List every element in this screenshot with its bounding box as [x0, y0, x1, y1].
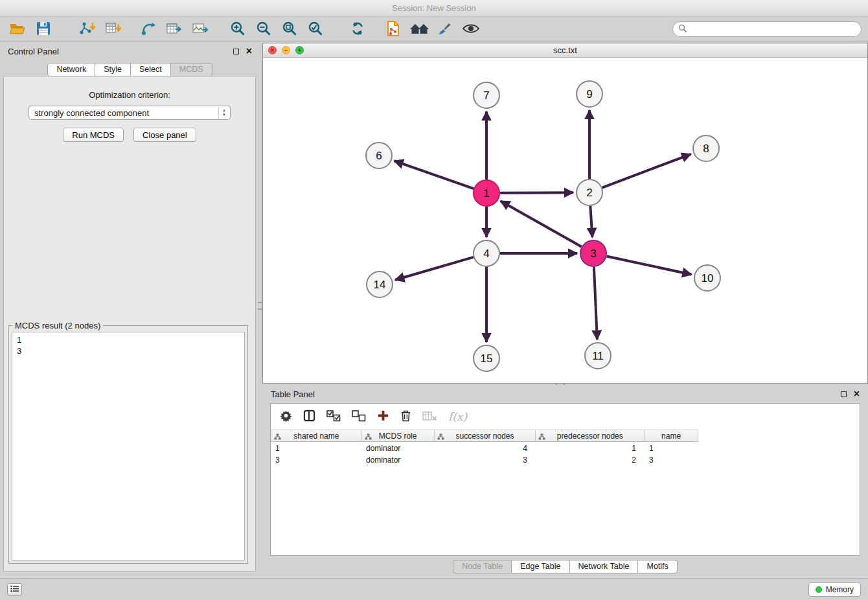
- close-table-panel-icon[interactable]: ×: [854, 389, 860, 399]
- show-graphics-button[interactable]: [460, 19, 482, 40]
- graph-node-15[interactable]: 15: [474, 345, 499, 371]
- column-header-shared-name[interactable]: shared name: [271, 430, 362, 441]
- run-mcds-button[interactable]: Run MCDS: [63, 128, 124, 142]
- show-columns-button[interactable]: [303, 410, 315, 424]
- memory-button[interactable]: Memory: [808, 583, 861, 597]
- tab-style[interactable]: Style: [95, 63, 131, 76]
- graph-node-9[interactable]: 9: [577, 81, 602, 107]
- close-panel-icon[interactable]: ×: [246, 46, 252, 56]
- network-file-button[interactable]: [382, 19, 404, 40]
- toolbar-search[interactable]: [672, 21, 862, 37]
- graph-edge-1-2[interactable]: [500, 192, 573, 193]
- window-controls: × − +: [268, 46, 304, 54]
- graph-node-14[interactable]: 14: [367, 271, 393, 297]
- column-header-name[interactable]: name: [645, 430, 698, 441]
- export-image-button[interactable]: [189, 19, 211, 40]
- graph-node-6[interactable]: 6: [366, 143, 392, 168]
- float-table-panel-icon[interactable]: [841, 391, 847, 397]
- network-canvas[interactable]: 7968124314101511: [263, 58, 867, 383]
- refresh-icon: [350, 21, 365, 38]
- import-table-button[interactable]: [102, 19, 124, 40]
- column-header-predecessor-nodes[interactable]: predecessor nodes: [536, 430, 645, 441]
- save-session-button[interactable]: [32, 19, 54, 40]
- memory-label: Memory: [826, 585, 854, 594]
- float-panel-icon[interactable]: [233, 49, 239, 54]
- result-line: 1: [17, 334, 240, 345]
- graph-edge-3-10[interactable]: [607, 256, 692, 274]
- gear-icon: [280, 410, 292, 424]
- tab-edge-table[interactable]: Edge Table: [512, 560, 569, 573]
- tab-mcds[interactable]: MCDS: [171, 63, 212, 76]
- graph-node-10[interactable]: 10: [694, 265, 720, 291]
- network-window-titlebar[interactable]: × − + scc.txt: [263, 43, 867, 58]
- zoom-in-button[interactable]: [227, 19, 249, 40]
- graph-node-2[interactable]: 2: [577, 179, 602, 205]
- graph-node-8[interactable]: 8: [693, 135, 719, 161]
- tab-network[interactable]: Network: [47, 63, 95, 76]
- table-panel: Table Panel × f: [262, 386, 868, 577]
- mcds-result-text[interactable]: 1 3: [12, 332, 245, 560]
- tab-network-table[interactable]: Network Table: [570, 560, 639, 573]
- deselect-all-button[interactable]: [352, 410, 366, 424]
- zoom-selected-icon: [308, 21, 323, 38]
- graph-node-11[interactable]: 11: [585, 343, 611, 369]
- column-header-successor-nodes[interactable]: successor nodes: [435, 430, 536, 441]
- zoom-window-icon[interactable]: +: [295, 46, 304, 54]
- unchecked-boxes-icon: [352, 410, 366, 424]
- new-network-button[interactable]: [137, 19, 159, 40]
- export-image-icon: [192, 21, 209, 38]
- task-history-button[interactable]: [7, 583, 22, 595]
- cell-predecessor-nodes: 1: [536, 443, 645, 454]
- network-graph: 7968124314101511: [263, 58, 867, 383]
- delete-table-icon: [422, 410, 437, 424]
- zoom-selected-button[interactable]: [304, 19, 326, 40]
- import-network-button[interactable]: [76, 19, 98, 40]
- home-view-button[interactable]: [408, 19, 430, 40]
- cell-mcds-role: dominator: [361, 443, 434, 454]
- export-table-button[interactable]: [163, 19, 185, 40]
- function-builder-button-disabled: f(x): [448, 410, 467, 423]
- vertical-splitter-handle[interactable]: [258, 302, 262, 310]
- apply-style-button[interactable]: [434, 19, 456, 40]
- zoom-fit-button[interactable]: [279, 19, 301, 40]
- table-row[interactable]: 3 dominator 3 2 3: [271, 455, 860, 465]
- dropdown-stepper-icon: ▲▼: [218, 107, 229, 119]
- open-session-button[interactable]: [6, 19, 29, 40]
- application-window: Session: New Session: [0, 0, 868, 600]
- columns-icon: [303, 410, 315, 424]
- tab-select[interactable]: Select: [131, 63, 171, 76]
- tab-node-table[interactable]: Node Table: [453, 560, 512, 573]
- graph-node-label: 2: [586, 187, 592, 199]
- trash-icon: [400, 410, 411, 424]
- graph-node-4[interactable]: 4: [474, 240, 499, 266]
- delete-column-button[interactable]: [400, 410, 411, 424]
- select-all-button[interactable]: [326, 410, 341, 424]
- graph-node-1[interactable]: 1: [474, 180, 499, 206]
- network-document-icon: [385, 20, 401, 39]
- table-header-row: shared name MCDS role successor nodes pr…: [271, 430, 698, 442]
- graph-edge-3-1[interactable]: [501, 201, 582, 246]
- graph-node-3[interactable]: 3: [580, 240, 606, 266]
- table-settings-button[interactable]: [280, 410, 292, 424]
- criterion-dropdown[interactable]: strongly connected component ▲▼: [29, 106, 231, 120]
- create-column-button[interactable]: [377, 410, 389, 424]
- home-icon: [409, 21, 429, 38]
- graph-edge-2-3[interactable]: [590, 206, 592, 237]
- graph-edge-2-8[interactable]: [602, 154, 691, 188]
- refresh-button[interactable]: [347, 19, 369, 40]
- column-header-mcds-role[interactable]: MCDS role: [362, 430, 435, 441]
- search-input[interactable]: [690, 25, 856, 34]
- graph-edge-3-11[interactable]: [594, 267, 597, 340]
- graph-edge-1-6[interactable]: [394, 161, 474, 189]
- graph-node-label: 11: [592, 350, 604, 362]
- zoom-out-button[interactable]: [253, 19, 275, 40]
- table-row[interactable]: 1 dominator 4 1 1: [271, 443, 860, 454]
- graph-edge-4-14[interactable]: [395, 257, 474, 280]
- close-window-icon[interactable]: ×: [268, 46, 277, 54]
- cell-name: 1: [645, 443, 698, 454]
- graph-node-7[interactable]: 7: [474, 82, 499, 108]
- close-panel-button[interactable]: Close panel: [133, 128, 196, 142]
- tab-motifs[interactable]: Motifs: [638, 560, 677, 573]
- minimize-window-icon[interactable]: −: [282, 46, 290, 54]
- result-line: 3: [17, 345, 240, 356]
